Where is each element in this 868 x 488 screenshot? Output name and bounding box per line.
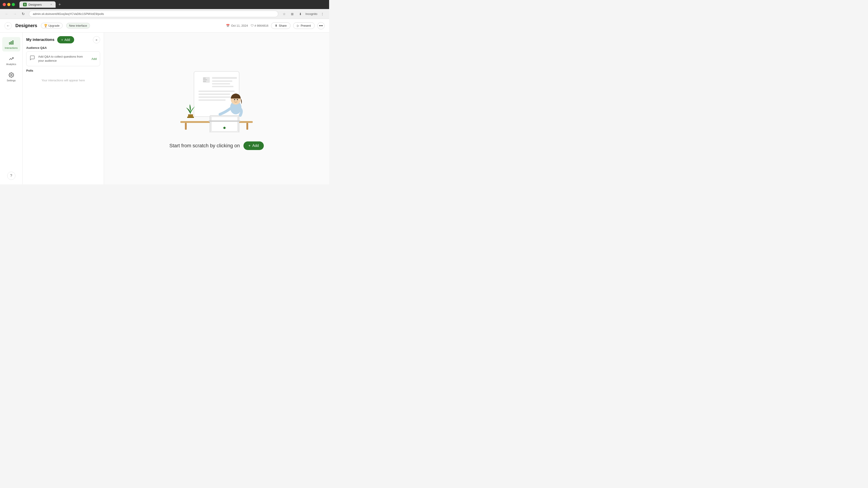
incognito-label: Incognito <box>305 12 317 15</box>
svg-rect-24 <box>212 117 237 131</box>
date-text: Oct 11, 2024 <box>231 24 248 27</box>
tab-close-button[interactable]: × <box>51 3 52 6</box>
refresh-button[interactable]: ↻ <box>20 11 26 17</box>
event-id-container: 🛡 # 8664816 <box>251 24 269 27</box>
svg-rect-20 <box>185 123 187 130</box>
start-add-button[interactable]: + Add <box>243 141 264 150</box>
svg-rect-26 <box>209 121 240 122</box>
present-icon: ▷ <box>297 24 299 27</box>
header-more-button[interactable]: ••• <box>317 22 324 29</box>
svg-rect-9 <box>212 77 237 79</box>
event-date: 📅 Oct 11, 2024 <box>226 24 248 27</box>
polls-empty-message: Your interactions will appear here <box>26 74 100 87</box>
svg-rect-1 <box>11 41 12 44</box>
add-interaction-button[interactable]: + Add <box>57 36 74 43</box>
header-right: 📅 Oct 11, 2024 🛡 # 8664816 ⬆ Share ▷ Pre… <box>226 22 324 29</box>
new-tab-button[interactable]: + <box>57 1 63 8</box>
back-button[interactable]: ← <box>4 11 10 17</box>
start-add-icon: + <box>248 144 250 148</box>
incognito-button[interactable]: Incognito <box>305 12 317 15</box>
new-interface-label: New interface <box>69 24 87 27</box>
start-from-scratch-text: Start from scratch by clicking on + Add <box>169 141 264 150</box>
url-bar[interactable]: admin.sli.do/event/8Goq3eqYCVaD6c1SPMVoE… <box>29 11 278 17</box>
add-label: Add <box>64 38 70 41</box>
interactions-icon <box>8 39 14 46</box>
svg-point-25 <box>223 127 225 129</box>
polls-section: Polls Your interactions will appear here <box>23 69 104 87</box>
forward-button[interactable]: → <box>12 11 18 17</box>
qa-description-text: Add Q&A to collect questions from your a… <box>38 55 83 62</box>
present-button[interactable]: ▷ Present <box>293 22 315 29</box>
illustration-container: Start from scratch by clicking on + Add <box>169 67 264 150</box>
svg-rect-14 <box>198 94 230 95</box>
svg-rect-18 <box>188 114 193 117</box>
panel-title: My interactions <box>26 37 55 42</box>
browser-tabs: S Designers × + <box>20 1 63 8</box>
window-controls <box>3 3 15 6</box>
browser-more-button[interactable]: ⋮ <box>319 11 326 17</box>
sidebar: Interactions Analytics S <box>0 33 23 184</box>
window-minimize-button[interactable] <box>7 3 10 6</box>
help-button[interactable]: ? <box>7 172 16 180</box>
svg-rect-8 <box>203 81 206 82</box>
address-actions: ☆ ⊞ ⬇ Incognito ⋮ <box>281 11 326 17</box>
polls-title: Polls <box>26 69 100 72</box>
url-text: admin.sli.do/event/8Goq3eqYCVaD6c1SPMVoE… <box>33 12 104 15</box>
svg-rect-10 <box>212 80 232 82</box>
svg-rect-6 <box>203 78 206 78</box>
event-id-text: 8664816 <box>257 24 269 27</box>
sidebar-item-interactions[interactable]: Interactions <box>2 37 20 52</box>
qa-card: Add Q&A to collect questions from your a… <box>26 51 100 66</box>
shield-icon: 🛡 <box>251 24 254 27</box>
tab-favicon: S <box>23 3 27 6</box>
extensions-button[interactable]: ⊞ <box>289 11 296 17</box>
qa-add-link[interactable]: Add <box>92 57 97 61</box>
back-to-events-button[interactable]: ← <box>4 22 12 29</box>
window-maximize-button[interactable] <box>12 3 15 6</box>
nav-buttons: ← → ↻ <box>4 11 26 17</box>
settings-icon <box>8 72 14 78</box>
qa-description-container: Add Q&A to collect questions from your a… <box>38 55 89 63</box>
svg-rect-7 <box>203 79 207 80</box>
interactions-label: Interactions <box>5 46 18 49</box>
main-area: Start from scratch by clicking on + Add <box>104 33 329 184</box>
upgrade-icon: 🏆 <box>44 24 48 27</box>
app-container: ← Designers 🏆 Upgrade New interface 📅 Oc… <box>0 19 329 184</box>
svg-rect-16 <box>198 99 225 101</box>
upgrade-button[interactable]: 🏆 Upgrade <box>41 23 63 29</box>
address-bar: ← → ↻ admin.sli.do/event/8Goq3eqYCVaD6c1… <box>0 9 329 19</box>
svg-rect-0 <box>9 42 10 44</box>
audience-qa-section: Audience Q&A Add Q&A to collect question… <box>23 46 104 69</box>
interactions-panel: My interactions + Add « Audience Q&A <box>23 33 104 184</box>
svg-rect-11 <box>212 83 230 85</box>
active-tab[interactable]: S Designers × <box>20 1 56 8</box>
settings-label: Settings <box>7 79 16 82</box>
upgrade-label: Upgrade <box>49 24 60 27</box>
sidebar-item-settings[interactable]: Settings <box>2 70 20 84</box>
start-add-label: Add <box>252 144 258 148</box>
hash-symbol: # <box>254 24 256 27</box>
svg-rect-15 <box>198 96 232 98</box>
share-button[interactable]: ⬆ Share <box>271 22 290 29</box>
svg-point-30 <box>237 99 238 100</box>
svg-rect-21 <box>246 123 248 130</box>
audience-qa-title: Audience Q&A <box>26 46 100 50</box>
event-title: Designers <box>16 23 37 28</box>
svg-rect-12 <box>212 86 234 87</box>
bookmark-button[interactable]: ☆ <box>281 11 287 17</box>
calendar-icon: 📅 <box>226 24 230 27</box>
download-button[interactable]: ⬇ <box>297 11 304 17</box>
analytics-label: Analytics <box>6 63 16 66</box>
sidebar-bottom: ? <box>7 172 16 180</box>
collapse-panel-button[interactable]: « <box>93 36 100 43</box>
app-header: ← Designers 🏆 Upgrade New interface 📅 Oc… <box>0 19 329 33</box>
analytics-icon <box>8 56 14 62</box>
share-label: Share <box>279 24 287 27</box>
add-icon: + <box>61 38 63 41</box>
main-content: Interactions Analytics S <box>0 33 329 184</box>
start-label: Start from scratch by clicking on <box>169 143 240 149</box>
new-interface-button[interactable]: New interface <box>66 23 90 29</box>
window-close-button[interactable] <box>3 3 6 6</box>
svg-point-29 <box>234 99 235 100</box>
sidebar-item-analytics[interactable]: Analytics <box>2 53 20 68</box>
